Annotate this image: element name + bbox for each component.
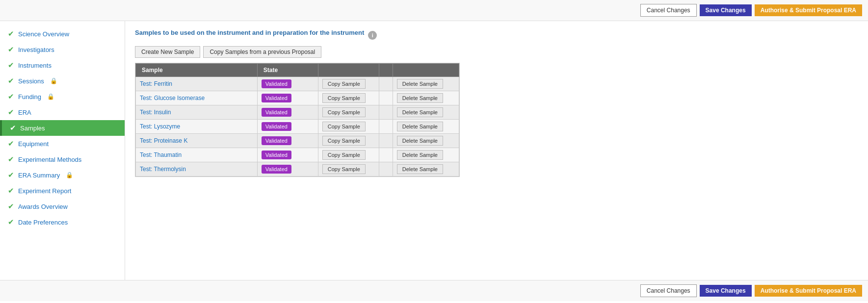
sample-link[interactable]: Test: Thermolysin [140, 166, 186, 173]
copy-sample-button[interactable]: Copy Sample [322, 122, 366, 131]
sidebar-item-label: Experiment Report [18, 187, 71, 195]
sidebar-item-label: Equipment [18, 140, 49, 148]
sidebar-item-label: Experimental Methods [18, 156, 81, 163]
delete-sample-button[interactable]: Delete Sample [397, 150, 443, 160]
sidebar-item-experimental-methods[interactable]: ✔Experimental Methods [0, 152, 125, 167]
sidebar: ✔Science Overview✔Investigators✔Instrume… [0, 21, 125, 280]
sample-link[interactable]: Test: Ferritin [140, 80, 172, 87]
sidebar-item-era[interactable]: ✔ERA [0, 104, 125, 120]
status-badge: Validated [262, 165, 291, 174]
copy-sample-button[interactable]: Copy Sample [322, 93, 366, 103]
sidebar-item-science-overview[interactable]: ✔Science Overview [0, 26, 125, 42]
sidebar-item-investigators[interactable]: ✔Investigators [0, 42, 125, 57]
sidebar-item-label: ERA [18, 109, 31, 116]
sidebar-item-equipment[interactable]: ✔Equipment [0, 136, 125, 152]
top-authorise-button[interactable]: Authorise & Submit Proposal ERA [755, 4, 862, 16]
info-icon[interactable]: i [368, 31, 377, 40]
sidebar-item-label: Instruments [18, 62, 52, 69]
sidebar-item-awards-overview[interactable]: ✔Awards Overview [0, 199, 125, 214]
sidebar-item-date-preferences[interactable]: ✔Date Preferences [0, 214, 125, 230]
table-row: Test: ThermolysinValidatedCopy SampleDel… [136, 162, 459, 177]
sample-link[interactable]: Test: Thaumatin [140, 152, 182, 158]
check-icon: ✔ [10, 124, 16, 132]
col-header-state: State [257, 64, 318, 77]
status-badge: Validated [262, 136, 291, 145]
copy-sample-button[interactable]: Copy Sample [322, 79, 366, 89]
empty-cell [379, 134, 393, 148]
delete-sample-button[interactable]: Delete Sample [397, 136, 443, 146]
check-icon: ✔ [8, 155, 14, 164]
check-icon: ✔ [8, 92, 14, 101]
table-row: Test: FerritinValidatedCopy SampleDelete… [136, 77, 459, 91]
sidebar-item-sessions[interactable]: ✔Sessions🔒 [0, 73, 125, 89]
sidebar-item-samples[interactable]: ✔Samples [0, 120, 125, 136]
copy-sample-button[interactable]: Copy Sample [322, 136, 366, 146]
empty-cell [379, 77, 393, 91]
copy-sample-button[interactable]: Copy Sample [322, 107, 366, 117]
check-icon: ✔ [8, 186, 14, 195]
status-badge: Validated [262, 94, 291, 102]
empty-cell [379, 162, 393, 177]
bottom-authorise-button[interactable]: Authorise & Submit Proposal ERA [755, 285, 862, 297]
bottom-save-button[interactable]: Save Changes [700, 285, 752, 297]
top-bar: Cancel Changes Save Changes Authorise & … [0, 0, 868, 21]
copy-sample-button[interactable]: Copy Sample [322, 150, 366, 160]
sidebar-item-label: ERA Summary [18, 172, 60, 179]
col-header-sample: Sample [136, 64, 258, 77]
section-description: Samples to be used on the instrument and… [135, 29, 364, 36]
col-header-delete [393, 64, 459, 77]
action-bar: Create New Sample Copy Samples from a pr… [135, 46, 858, 58]
top-cancel-button[interactable]: Cancel Changes [640, 4, 697, 17]
delete-sample-button[interactable]: Delete Sample [397, 93, 443, 103]
top-save-button[interactable]: Save Changes [700, 4, 752, 16]
empty-cell [379, 120, 393, 134]
main-layout: ✔Science Overview✔Investigators✔Instrume… [0, 21, 868, 280]
check-icon: ✔ [8, 202, 14, 211]
status-badge: Validated [262, 108, 291, 117]
sample-link[interactable]: Test: Insulin [140, 109, 171, 116]
sidebar-item-label: Samples [20, 125, 45, 132]
status-badge: Validated [262, 79, 291, 88]
check-icon: ✔ [8, 76, 14, 85]
sidebar-item-era-summary[interactable]: ✔ERA Summary🔒 [0, 167, 125, 183]
bottom-cancel-button[interactable]: Cancel Changes [640, 284, 697, 297]
lock-icon: 🔒 [50, 77, 57, 84]
content-area: Samples to be used on the instrument and… [125, 21, 868, 280]
check-icon: ✔ [8, 108, 14, 117]
sidebar-item-label: Science Overview [18, 30, 69, 38]
table-row: Test: Glucose IsomeraseValidatedCopy Sam… [136, 91, 459, 105]
status-badge: Validated [262, 151, 291, 159]
delete-sample-button[interactable]: Delete Sample [397, 107, 443, 117]
lock-icon: 🔒 [66, 172, 73, 178]
sidebar-item-funding[interactable]: ✔Funding🔒 [0, 89, 125, 104]
table-row: Test: Proteinase KValidatedCopy SampleDe… [136, 134, 459, 148]
delete-sample-button[interactable]: Delete Sample [397, 164, 443, 174]
check-icon: ✔ [8, 61, 14, 70]
table-row: Test: InsulinValidatedCopy SampleDelete … [136, 105, 459, 120]
copy-sample-button[interactable]: Copy Sample [322, 164, 366, 174]
sidebar-item-label: Awards Overview [18, 203, 68, 210]
bottom-bar: Cancel Changes Save Changes Authorise & … [0, 280, 868, 301]
table-row: Test: LysozymeValidatedCopy SampleDelete… [136, 120, 459, 134]
create-new-sample-button[interactable]: Create New Sample [135, 46, 200, 58]
sample-link[interactable]: Test: Glucose Isomerase [140, 95, 205, 101]
section-header: Samples to be used on the instrument and… [135, 29, 858, 41]
check-icon: ✔ [8, 218, 14, 227]
sidebar-item-experiment-report[interactable]: ✔Experiment Report [0, 183, 125, 199]
sidebar-item-label: Sessions [18, 77, 44, 85]
col-header-empty [379, 64, 393, 77]
empty-cell [379, 91, 393, 105]
copy-previous-proposal-button[interactable]: Copy Samples from a previous Proposal [203, 46, 321, 58]
check-icon: ✔ [8, 139, 14, 148]
status-badge: Validated [262, 122, 291, 131]
sample-link[interactable]: Test: Proteinase K [140, 137, 187, 144]
check-icon: ✔ [8, 171, 14, 179]
delete-sample-button[interactable]: Delete Sample [397, 122, 443, 131]
sidebar-item-label: Date Preferences [18, 219, 68, 226]
sidebar-item-instruments[interactable]: ✔Instruments [0, 57, 125, 73]
samples-table: Sample State Test: FerritinValidatedCopy… [135, 63, 459, 177]
sample-link[interactable]: Test: Lysozyme [140, 123, 180, 130]
table-row: Test: ThaumatinValidatedCopy SampleDelet… [136, 148, 459, 162]
delete-sample-button[interactable]: Delete Sample [397, 79, 443, 89]
lock-icon: 🔒 [47, 93, 54, 100]
